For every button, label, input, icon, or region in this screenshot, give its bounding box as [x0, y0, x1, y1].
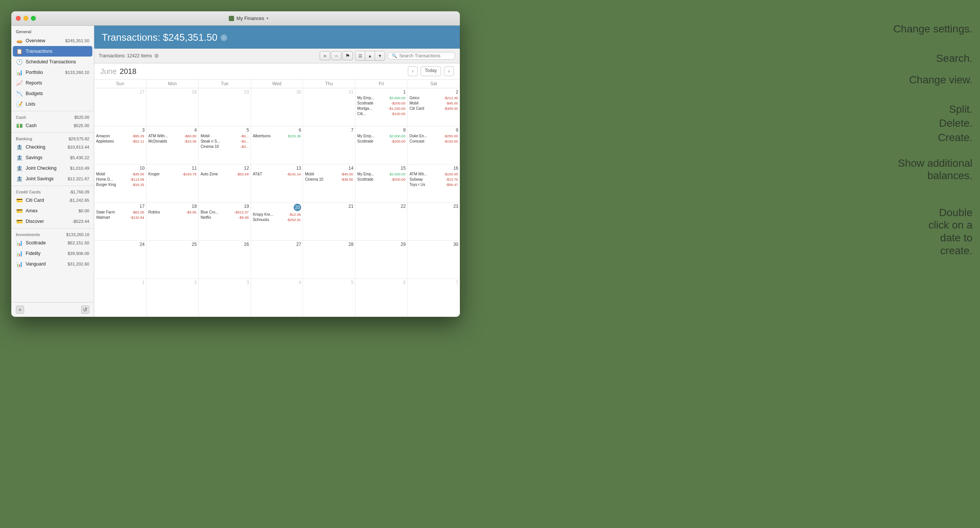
transaction-item[interactable]: My Emp... $2,000.00	[357, 96, 406, 101]
info-icon[interactable]: i	[221, 34, 227, 41]
calendar-cell-3-6[interactable]: 15 My Emp... $2,000.00 Scottrade -$200.0…	[355, 164, 408, 202]
delete-transaction-button[interactable]: −	[331, 51, 342, 61]
transaction-item[interactable]: Kroger -$193.79	[148, 172, 197, 177]
transaction-item[interactable]: Burger King -$16.25	[96, 182, 145, 187]
sidebar-item-lists[interactable]: 📝 Lists	[11, 99, 94, 109]
transaction-item[interactable]: Citi... -$100.00	[357, 111, 406, 116]
calendar-cell-5-7[interactable]: 30	[407, 241, 460, 278]
transaction-item[interactable]: Blue Cro... -$512.37	[200, 210, 249, 215]
sidebar-item-budgets[interactable]: 📉 Budgets	[11, 88, 94, 99]
transaction-item[interactable]: Mobil -$45.00	[409, 101, 458, 106]
transaction-item[interactable]: Schnucks -$253.91	[253, 217, 302, 223]
calendar-cell-5-1[interactable]: 24	[94, 241, 146, 278]
transaction-item[interactable]: Auto Zone -$53.49	[200, 172, 249, 177]
calendar-cell-3-4[interactable]: 13 AT&T -$141.14	[251, 164, 304, 202]
search-input[interactable]	[399, 53, 452, 59]
calendar-cell-1-2[interactable]: 28	[146, 88, 199, 126]
transaction-item[interactable]: Toys r Us -$56.47	[409, 182, 458, 187]
calendar-cell-6-6[interactable]: 6	[355, 279, 408, 317]
calendar-cell-3-7[interactable]: 16 ATM Wit... -$100.00 Subway -$13.76 To…	[407, 164, 460, 202]
calendar-cell-2-5[interactable]: 7	[303, 126, 355, 164]
transaction-item[interactable]: Citi Card -$300.00	[409, 106, 458, 111]
sidebar-item-portfolio[interactable]: 📊 Portfolio $133,260.10	[11, 67, 94, 78]
calendar-cell-6-5[interactable]: 5	[303, 279, 355, 317]
calendar-cell-2-7[interactable]: 9 Duke En... -$250.00 Comcast -$150.00	[407, 126, 460, 164]
sidebar-item-amex[interactable]: 💳 Amex $0.00	[11, 206, 94, 216]
view-icon-button[interactable]: ☰	[355, 51, 365, 61]
calendar-cell-6-7[interactable]: 7	[407, 279, 460, 317]
sidebar-item-fidelity[interactable]: 📊 Fidelity $39,906.00	[11, 248, 94, 259]
transaction-item[interactable]: Albertsons $215.36	[253, 134, 302, 139]
calendar-cell-5-3[interactable]: 26	[199, 241, 251, 278]
transaction-item[interactable]: Scottrade -$200.00	[357, 139, 406, 144]
sidebar-item-reports[interactable]: 📈 Reports	[11, 78, 94, 88]
calendar-cell-2-6[interactable]: 8 My Emp... $2,000.00 Scottrade -$200.00	[355, 126, 408, 164]
refresh-button[interactable]: ↺	[81, 305, 89, 314]
calendar-cell-3-1[interactable]: 10 Mobil -$45.00 Home D... -$113.09 Burg…	[94, 164, 146, 202]
transaction-item[interactable]: Steak n S... -$3...	[200, 139, 249, 144]
sidebar-item-transactions[interactable]: 📋 Transactions	[13, 46, 92, 57]
transaction-item[interactable]: Krispy Kre... -$12.46	[253, 212, 302, 217]
transaction-item[interactable]: McDonalds -$15.36	[148, 139, 197, 144]
calendar-cell-5-6[interactable]: 29	[355, 241, 408, 278]
calendar-cell-6-4[interactable]: 4	[251, 279, 304, 317]
transaction-item[interactable]: My Emp... $2,000.00	[357, 134, 406, 139]
calendar-cell-3-2[interactable]: 11 Kroger -$193.79	[146, 164, 199, 202]
view-chevron-up-button[interactable]: ▲	[365, 51, 375, 61]
sidebar-item-scheduled[interactable]: 🕐 Scheduled Transactions	[11, 57, 94, 67]
calendar-cell-4-3[interactable]: 19 Blue Cro... -$512.37 Netflix -$9.99	[199, 203, 251, 240]
transaction-item[interactable]: ATM Wit... -$100.00	[409, 172, 458, 177]
calendar-cell-6-1[interactable]: 1	[94, 279, 146, 317]
today-button[interactable]: Today	[421, 66, 441, 76]
add-transaction-button[interactable]: +	[320, 51, 330, 61]
settings-gear-icon[interactable]: ⚙	[154, 53, 159, 59]
calendar-cell-2-4[interactable]: 6 Albertsons $215.36	[251, 126, 304, 164]
calendar-cell-3-3[interactable]: 12 Auto Zone -$53.49	[199, 164, 251, 202]
transaction-item[interactable]: Walmart -$132.84	[96, 215, 145, 220]
sidebar-item-cash[interactable]: 💵 Cash $525.00	[11, 120, 94, 131]
transaction-item[interactable]: Cinema 10 -$36.50	[305, 177, 353, 182]
transaction-item[interactable]: Home D... -$113.09	[96, 177, 145, 182]
transaction-item[interactable]: Geico -$212.45	[409, 96, 458, 101]
view-chevron-down-button[interactable]: ▼	[375, 51, 385, 61]
transaction-item[interactable]: Scottrade -$200.00	[357, 177, 406, 182]
transaction-item[interactable]: Duke En... -$250.00	[409, 134, 458, 139]
sidebar-item-checking[interactable]: 🏦 Checking $10,813.44	[11, 142, 94, 152]
sidebar-item-discover[interactable]: 💳 Discover -$523.44	[11, 216, 94, 227]
next-month-button[interactable]: ›	[444, 66, 454, 76]
transaction-item[interactable]: AT&T -$141.14	[253, 172, 302, 177]
calendar-cell-4-6[interactable]: 22	[355, 203, 408, 240]
calendar-cell-1-6[interactable]: 1 My Emp... $2,000.00 Scottrade -$200.00…	[355, 88, 408, 126]
transaction-item[interactable]: Mortga... -$1,250.00	[357, 106, 406, 111]
transaction-item[interactable]: Cinema 10 -$3...	[200, 144, 249, 149]
prev-month-button[interactable]: ‹	[408, 66, 418, 76]
close-button[interactable]	[16, 16, 21, 21]
calendar-cell-4-1[interactable]: 17 State Farm -$82.00 Walmart -$132.84	[94, 203, 146, 240]
transaction-item[interactable]: Mobil -$45.00	[96, 172, 145, 177]
transaction-item[interactable]: Subway -$13.76	[409, 177, 458, 182]
sidebar-item-scottrade[interactable]: 📊 Scottrade $62,151.50	[11, 238, 94, 248]
transaction-item[interactable]: Scottrade -$200.00	[357, 101, 406, 106]
transaction-item[interactable]: Mobil -$4...	[200, 134, 249, 139]
transaction-item[interactable]: State Farm -$82.00	[96, 210, 145, 215]
calendar-cell-6-3[interactable]: 3	[199, 279, 251, 317]
transaction-item[interactable]: Amazon -$95.29	[96, 134, 145, 139]
transaction-item[interactable]: Applebees -$52.11	[96, 139, 145, 144]
calendar-cell-1-5[interactable]: 31	[303, 88, 355, 126]
sidebar-item-savings[interactable]: 🏦 Savings $5,430.22	[11, 152, 94, 163]
calendar-cell-1-4[interactable]: 30	[251, 88, 304, 126]
transaction-item[interactable]: Mobil -$45.00	[305, 172, 353, 177]
calendar-cell-5-5[interactable]: 28	[303, 241, 355, 278]
sidebar-item-joint-savings[interactable]: 🏦 Joint Savings $12,321.67	[11, 174, 94, 184]
transaction-item[interactable]: My Emp... $2,000.00	[357, 172, 406, 177]
calendar-cell-3-5[interactable]: 14 Mobil -$45.00 Cinema 10 -$36.50	[303, 164, 355, 202]
calendar-cell-2-1[interactable]: 3 Amazon -$95.29 Applebees -$52.11	[94, 126, 146, 164]
transaction-item[interactable]: Roblox -$5.95	[148, 210, 197, 215]
calendar-cell-2-2[interactable]: 4 ATM With... -$60.00 McDonalds -$15.36	[146, 126, 199, 164]
title-chevron-icon[interactable]: ▾	[266, 16, 268, 20]
calendar-cell-2-3[interactable]: 5 Mobil -$4... Steak n S... -$3... Cinem…	[199, 126, 251, 164]
transaction-item[interactable]: ATM With... -$60.00	[148, 134, 197, 139]
transaction-item[interactable]: Netflix -$9.99	[200, 215, 249, 220]
calendar-cell-4-4[interactable]: 20 Krispy Kre... -$12.46 Schnucks -$253.…	[251, 203, 304, 240]
calendar-cell-1-1[interactable]: 27	[94, 88, 146, 126]
